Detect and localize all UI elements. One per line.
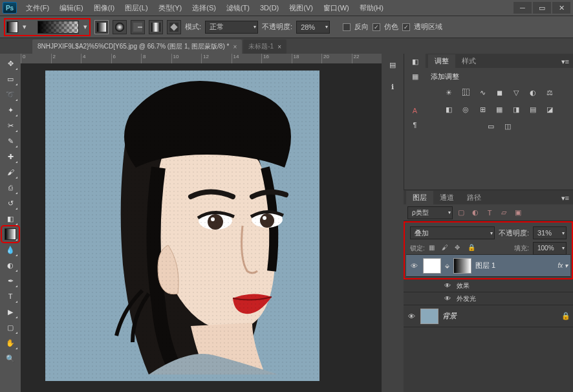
window-close-button[interactable]: ✕ [552, 2, 570, 14]
path-select-tool[interactable]: ▶ [3, 305, 18, 319]
layer-fill-field[interactable]: 100%▾ [533, 242, 567, 255]
threshold-icon[interactable]: ◪ [544, 103, 556, 115]
lock-transparent-icon[interactable]: ▦ [429, 244, 438, 253]
gradient-reflected-button[interactable] [149, 20, 163, 34]
layer-effects-row[interactable]: 👁 效果 [404, 279, 573, 292]
menu-window[interactable]: 窗口(W) [318, 1, 354, 15]
menu-type[interactable]: 类型(Y) [153, 1, 188, 15]
close-tab-icon[interactable]: × [233, 43, 237, 50]
hue-icon[interactable]: ◐ [527, 87, 539, 98]
close-tab-icon[interactable]: × [277, 43, 281, 50]
type-tool[interactable]: T [3, 289, 18, 303]
dither-checkbox[interactable] [373, 23, 380, 31]
filter-shape-icon[interactable]: ▱ [498, 207, 510, 219]
menu-image[interactable]: 图像(I) [89, 1, 120, 15]
swatches-icon[interactable]: ▦ [412, 72, 418, 81]
layer-blend-mode-select[interactable]: 叠加▾ [410, 226, 495, 239]
levels-icon[interactable]: ⿲ [460, 87, 471, 98]
menu-file[interactable]: 文件(F) [21, 1, 54, 15]
visibility-toggle-icon[interactable]: 👁 [409, 262, 419, 270]
dodge-tool[interactable]: ◐ [3, 258, 18, 272]
gradient-linear-button[interactable] [94, 20, 109, 34]
window-maximize-button[interactable]: ▭ [533, 2, 551, 14]
invert-icon[interactable]: ◨ [510, 103, 522, 115]
color-icon[interactable]: ◧ [412, 58, 418, 66]
lock-image-icon[interactable]: 🖌 [442, 244, 451, 253]
blend-mode-select[interactable]: 正常▾ [205, 21, 258, 34]
visibility-toggle-icon[interactable]: 👁 [406, 312, 416, 320]
info-icon[interactable]: ℹ [385, 80, 400, 94]
layer-row-layer1[interactable]: 👁 ⬙ 图层 1 fx ▾ [406, 255, 570, 277]
layer-mask-thumbnail[interactable] [453, 258, 471, 274]
gradient-preview[interactable] [38, 21, 79, 34]
tab-layers[interactable]: 图层 [406, 191, 433, 204]
gradient-angle-button[interactable] [131, 20, 145, 34]
lasso-tool[interactable]: ➰ [3, 87, 18, 102]
hand-tool[interactable]: ✋ [3, 336, 18, 350]
panel-menu-icon[interactable]: ▾≡ [557, 192, 573, 204]
posterize-icon[interactable]: ▤ [527, 103, 539, 115]
color-balance-icon[interactable]: ⚖ [544, 87, 556, 98]
document-tab-inactive[interactable]: 未标题-1 × [243, 39, 286, 54]
tool-preset-dropdown[interactable]: ▾ [22, 21, 27, 34]
move-tool[interactable]: ✥ [3, 56, 18, 71]
gradient-radial-button[interactable] [113, 20, 127, 34]
eraser-tool[interactable]: ◧ [3, 212, 18, 226]
layer-thumbnail[interactable] [420, 309, 438, 324]
tab-paths[interactable]: 路径 [460, 191, 488, 204]
zoom-tool[interactable]: 🔍 [3, 351, 18, 365]
menu-edit[interactable]: 编辑(E) [54, 1, 89, 15]
menu-filter[interactable]: 滤镜(T) [221, 1, 255, 15]
filter-smart-icon[interactable]: ▣ [512, 207, 524, 219]
tab-channels[interactable]: 通道 [433, 191, 460, 204]
crop-tool[interactable]: ✂ [3, 118, 18, 133]
opacity-field[interactable]: 28%▾ [296, 21, 330, 34]
brush-tool[interactable]: 🖌 [3, 165, 18, 179]
panel-menu-icon[interactable]: ▾≡ [557, 56, 573, 68]
pen-tool[interactable]: ✒ [3, 274, 18, 288]
transparency-checkbox[interactable] [402, 23, 410, 31]
visibility-toggle-icon[interactable]: 👁 [442, 295, 453, 302]
paragraph-icon[interactable]: ¶ [413, 121, 417, 129]
blur-tool[interactable]: 💧 [3, 243, 18, 257]
selective-color-icon[interactable]: ◫ [502, 120, 514, 132]
lock-all-icon[interactable]: 🔒 [468, 244, 477, 253]
layer-thumbnail[interactable] [423, 258, 441, 274]
shape-tool[interactable]: ▢ [3, 320, 18, 334]
histogram-icon[interactable]: ▤ [385, 58, 400, 72]
exposure-icon[interactable]: ◼ [493, 87, 505, 98]
layer-name[interactable]: 背景 [442, 311, 557, 321]
document-tab-active[interactable]: 8NHJPXIF9L$A2}%5%CD[Y65.jpg @ 66.7% (图层 … [32, 39, 242, 54]
layer-fx-badge[interactable]: fx ▾ [557, 262, 568, 269]
brightness-icon[interactable]: ☀ [443, 87, 455, 98]
eyedropper-tool[interactable]: ✎ [3, 134, 18, 148]
marquee-tool[interactable]: ▭ [3, 72, 18, 86]
menu-3d[interactable]: 3D(D) [255, 2, 284, 14]
magic-wand-tool[interactable]: ✦ [3, 103, 18, 117]
photo-filter-icon[interactable]: ◎ [460, 103, 471, 115]
layer-row-background[interactable]: 👁 背景 🔒 [404, 305, 573, 327]
filter-pixel-icon[interactable]: ▢ [455, 207, 467, 219]
visibility-toggle-icon[interactable]: 👁 [442, 282, 453, 289]
bw-icon[interactable]: ◧ [443, 103, 455, 115]
gradient-tool[interactable] [3, 227, 18, 241]
curves-icon[interactable]: ∿ [477, 87, 488, 98]
tab-styles[interactable]: 样式 [455, 54, 482, 68]
gradient-picker-dropdown[interactable]: ▾ [83, 21, 88, 34]
lock-position-icon[interactable]: ✥ [455, 244, 464, 253]
color-lookup-icon[interactable]: ▦ [493, 103, 505, 115]
tab-adjustments[interactable]: 调整 [428, 54, 455, 68]
layer-opacity-field[interactable]: 31%▾ [533, 226, 567, 239]
history-brush-tool[interactable]: ↺ [3, 196, 18, 210]
menu-view[interactable]: 视图(V) [284, 1, 318, 15]
layer-filter-kind-select[interactable]: ρ 类型▾ [407, 206, 453, 219]
filter-type-icon[interactable]: T [484, 207, 495, 219]
menu-help[interactable]: 帮助(H) [354, 1, 389, 15]
gradient-map-icon[interactable]: ▭ [485, 120, 497, 132]
canvas-image[interactable] [45, 71, 319, 381]
menu-layer[interactable]: 图层(L) [120, 1, 153, 15]
menu-select[interactable]: 选择(S) [187, 1, 221, 15]
gradient-diamond-button[interactable] [167, 20, 181, 34]
layer-name[interactable]: 图层 1 [475, 261, 554, 270]
filter-adjust-icon[interactable]: ◐ [470, 207, 481, 219]
